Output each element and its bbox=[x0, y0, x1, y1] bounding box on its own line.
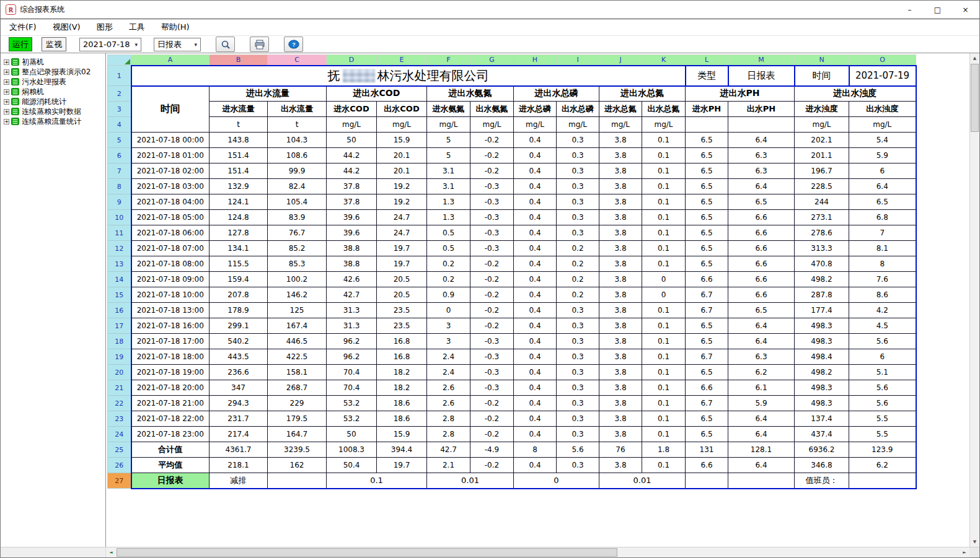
cell-G9[interactable]: -0.3 bbox=[470, 194, 514, 210]
subheader-4[interactable]: 进水氨氮 bbox=[427, 102, 470, 117]
subheader-11[interactable]: 出水PH bbox=[728, 102, 795, 117]
cell-I26[interactable]: 0.3 bbox=[557, 458, 599, 473]
cell-F23[interactable]: 2.8 bbox=[427, 411, 470, 427]
cell-F19[interactable]: 2.4 bbox=[427, 349, 470, 365]
cell-I25[interactable]: 5.6 bbox=[557, 442, 599, 458]
cell-I16[interactable]: 0.3 bbox=[557, 303, 599, 318]
row-header-9[interactable]: 9 bbox=[108, 194, 131, 210]
cell-L21[interactable]: 6.6 bbox=[686, 380, 728, 396]
cell-D6[interactable]: 44.2 bbox=[327, 148, 377, 163]
cell-M23[interactable]: 6.4 bbox=[728, 411, 795, 427]
cell-D7[interactable]: 44.2 bbox=[327, 163, 377, 179]
cell-M17[interactable]: 6.4 bbox=[728, 318, 795, 334]
cell-E25[interactable]: 394.4 bbox=[377, 442, 427, 458]
subheader-13[interactable]: 出水浊度 bbox=[849, 102, 916, 117]
cell-E18[interactable]: 16.8 bbox=[377, 334, 427, 349]
cell-H11[interactable]: 0.4 bbox=[514, 225, 557, 241]
cell-D23[interactable]: 53.2 bbox=[327, 411, 377, 427]
cell-I15[interactable]: 0.2 bbox=[557, 287, 599, 303]
report-type-select[interactable]: 日报表 ▾ bbox=[154, 38, 201, 51]
cell-N13[interactable]: 470.8 bbox=[795, 256, 849, 272]
cell-E15[interactable]: 20.5 bbox=[377, 287, 427, 303]
unit-13[interactable]: mg/L bbox=[849, 117, 916, 133]
vertical-scrollbar[interactable]: ▲ ▼ bbox=[969, 53, 979, 547]
cell-L23[interactable]: 6.5 bbox=[686, 411, 728, 427]
scroll-left-icon[interactable]: ◄ bbox=[106, 547, 116, 557]
cell-K9[interactable]: 0.1 bbox=[642, 194, 686, 210]
cell-E11[interactable]: 24.7 bbox=[377, 225, 427, 241]
tree-item[interactable]: +能源消耗统计 bbox=[1, 97, 105, 107]
cell-M14[interactable]: 6.6 bbox=[728, 272, 795, 287]
cell-I7[interactable]: 0.3 bbox=[557, 163, 599, 179]
cell-E12[interactable]: 19.7 bbox=[377, 241, 427, 256]
cell-J11[interactable]: 3.8 bbox=[599, 225, 642, 241]
cell-M20[interactable]: 6.2 bbox=[728, 365, 795, 380]
cell-J10[interactable]: 3.8 bbox=[599, 210, 642, 225]
cell-O15[interactable]: 8.6 bbox=[849, 287, 916, 303]
group-header-0[interactable]: 进出水流量 bbox=[210, 86, 327, 102]
cell-I12[interactable]: 0.2 bbox=[557, 241, 599, 256]
cell-N8[interactable]: 228.5 bbox=[795, 179, 849, 194]
cell-G14[interactable]: -0.2 bbox=[470, 272, 514, 287]
cell-F8[interactable]: 3.1 bbox=[427, 179, 470, 194]
cell-G13[interactable]: -0.2 bbox=[470, 256, 514, 272]
row-header-6[interactable]: 6 bbox=[108, 148, 131, 163]
meta-time-label[interactable]: 时间 bbox=[795, 66, 849, 86]
cell-K7[interactable]: 0.1 bbox=[642, 163, 686, 179]
subheader-9[interactable]: 出水总氮 bbox=[642, 102, 686, 117]
footer-cell-8[interactable]: 值班员： bbox=[795, 473, 849, 489]
cell-E17[interactable]: 23.5 bbox=[377, 318, 427, 334]
cell-I18[interactable]: 0.3 bbox=[557, 334, 599, 349]
cell-G25[interactable]: -4.9 bbox=[470, 442, 514, 458]
cell-A24[interactable]: 2021-07-18 23:00 bbox=[131, 427, 210, 442]
cell-K8[interactable]: 0.1 bbox=[642, 179, 686, 194]
cell-F20[interactable]: 2.4 bbox=[427, 365, 470, 380]
cell-N23[interactable]: 137.4 bbox=[795, 411, 849, 427]
monitor-button[interactable]: 监视 bbox=[42, 37, 66, 51]
cell-H9[interactable]: 0.4 bbox=[514, 194, 557, 210]
cell-O18[interactable]: 5.6 bbox=[849, 334, 916, 349]
meta-type-label[interactable]: 类型 bbox=[686, 66, 728, 86]
cell-N25[interactable]: 6936.2 bbox=[795, 442, 849, 458]
cell-L8[interactable]: 6.5 bbox=[686, 179, 728, 194]
cell-G16[interactable]: -0.2 bbox=[470, 303, 514, 318]
cell-D17[interactable]: 31.3 bbox=[327, 318, 377, 334]
cell-H14[interactable]: 0.4 bbox=[514, 272, 557, 287]
meta-time-value[interactable]: 2021-07-19 bbox=[849, 66, 916, 86]
cell-B18[interactable]: 540.2 bbox=[210, 334, 268, 349]
tree-item[interactable]: +焖粮机 bbox=[1, 87, 105, 97]
cell-E8[interactable]: 19.2 bbox=[377, 179, 427, 194]
tree-expand-icon[interactable]: + bbox=[4, 79, 9, 85]
cell-H5[interactable]: 0.4 bbox=[514, 133, 557, 148]
cell-N5[interactable]: 202.1 bbox=[795, 133, 849, 148]
unit-10[interactable] bbox=[686, 117, 728, 133]
row-header-24[interactable]: 24 bbox=[108, 427, 131, 442]
cell-C14[interactable]: 100.2 bbox=[268, 272, 327, 287]
cell-G11[interactable]: -0.3 bbox=[470, 225, 514, 241]
row-header-19[interactable]: 19 bbox=[108, 349, 131, 365]
cell-G20[interactable]: -0.3 bbox=[470, 365, 514, 380]
group-header-2[interactable]: 进出水氨氮 bbox=[427, 86, 514, 102]
cell-D25[interactable]: 1008.3 bbox=[327, 442, 377, 458]
subheader-12[interactable]: 进水浊度 bbox=[795, 102, 849, 117]
cell-A10[interactable]: 2021-07-18 05:00 bbox=[131, 210, 210, 225]
cell-O23[interactable]: 5.5 bbox=[849, 411, 916, 427]
col-header-J[interactable]: J bbox=[599, 55, 642, 66]
col-header-L[interactable]: L bbox=[686, 55, 728, 66]
cell-N7[interactable]: 196.7 bbox=[795, 163, 849, 179]
cell-C10[interactable]: 83.9 bbox=[268, 210, 327, 225]
cell-L14[interactable]: 6.6 bbox=[686, 272, 728, 287]
unit-1[interactable]: t bbox=[268, 117, 327, 133]
cell-F14[interactable]: 0.2 bbox=[427, 272, 470, 287]
cell-M6[interactable]: 6.3 bbox=[728, 148, 795, 163]
cell-D15[interactable]: 42.7 bbox=[327, 287, 377, 303]
cell-D11[interactable]: 39.6 bbox=[327, 225, 377, 241]
row-header-16[interactable]: 16 bbox=[108, 303, 131, 318]
cell-J12[interactable]: 3.8 bbox=[599, 241, 642, 256]
unit-0[interactable]: t bbox=[210, 117, 268, 133]
cell-N17[interactable]: 498.3 bbox=[795, 318, 849, 334]
cell-C23[interactable]: 179.5 bbox=[268, 411, 327, 427]
cell-N9[interactable]: 244 bbox=[795, 194, 849, 210]
cell-F9[interactable]: 1.3 bbox=[427, 194, 470, 210]
cell-B12[interactable]: 134.1 bbox=[210, 241, 268, 256]
